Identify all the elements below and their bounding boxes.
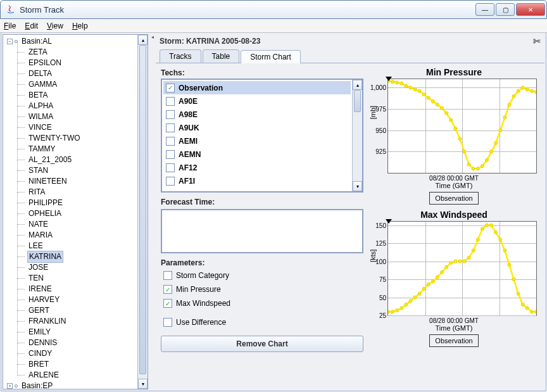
tree-storm-epsilon[interactable]: EPSILON xyxy=(6,58,137,68)
tree-storm-maria[interactable]: MARIA xyxy=(6,230,137,241)
tree-storm-cindy[interactable]: CINDY xyxy=(6,348,137,359)
scroll-down-arrow[interactable]: ▾ xyxy=(353,181,362,191)
chart-title: Min Pressure xyxy=(367,67,541,77)
tree-basin-al[interactable]: −Basin:AL xyxy=(6,36,137,47)
tree-storm-al_21_2005[interactable]: AL_21_2005 xyxy=(6,155,137,165)
tree-storm-rita[interactable]: RITA xyxy=(6,187,137,198)
tree-storm-ten[interactable]: TEN xyxy=(6,273,137,284)
tree-storm-zeta[interactable]: ZETA xyxy=(6,47,137,58)
scroll-up-arrow[interactable]: ▴ xyxy=(353,80,362,90)
tree-storm-gamma[interactable]: GAMMA xyxy=(6,79,137,90)
tree-storm-jose[interactable]: JOSE xyxy=(6,262,137,273)
tree-storm-stan[interactable]: STAN xyxy=(6,165,137,176)
tree-storm-nineteen[interactable]: NINETEEN xyxy=(6,176,137,187)
tree-scroll[interactable]: −Basin:ALZETAEPSILONDELTAGAMMABETAALPHAW… xyxy=(3,35,137,389)
scroll-thumb[interactable] xyxy=(354,90,361,112)
minimize-button[interactable]: — xyxy=(475,3,494,16)
menu-edit[interactable]: Edit xyxy=(25,22,38,30)
x-tick: 08/28 00:00 GMT xyxy=(367,317,541,324)
svg-point-29 xyxy=(517,89,520,92)
tech-item-observation[interactable]: ✓Observation xyxy=(163,81,351,94)
remove-chart-button[interactable]: Remove Chart xyxy=(161,336,363,352)
param-label: Max Windspeed xyxy=(176,299,230,308)
close-button[interactable]: ✕ xyxy=(516,3,545,16)
checkbox-icon xyxy=(163,318,172,327)
svg-point-33 xyxy=(535,91,537,94)
menu-file[interactable]: File xyxy=(4,22,16,30)
svg-point-17 xyxy=(463,150,466,153)
tech-item-aemn[interactable]: AEMN xyxy=(163,148,351,161)
maximize-button[interactable]: ▢ xyxy=(496,3,515,16)
tree-scrollbar[interactable]: ▴ ▾ xyxy=(137,35,148,389)
svg-point-9 xyxy=(427,96,430,99)
svg-point-46 xyxy=(441,270,444,274)
x-axis-label: Time (GMT) xyxy=(367,182,541,189)
window-titlebar: Storm Track — ▢ ✕ xyxy=(0,0,547,19)
svg-point-64 xyxy=(521,303,524,306)
tree-storm-lee[interactable]: LEE xyxy=(6,241,137,251)
tree-storm-philippe[interactable]: PHILIPPE xyxy=(6,198,137,208)
svg-point-16 xyxy=(458,137,462,141)
chart-max-windspeed: Max Windspeed [kts] 255075100125150 08/2… xyxy=(367,210,541,351)
tree-storm-arlene[interactable]: ARLENE xyxy=(6,370,137,381)
tree-storm-emily[interactable]: EMILY xyxy=(6,327,137,338)
chart-area: [kts] 255075100125150 xyxy=(387,221,537,316)
tab-table[interactable]: Table xyxy=(203,49,240,63)
menu-view[interactable]: View xyxy=(47,22,63,30)
scroll-thumb[interactable] xyxy=(139,45,146,374)
tree-storm-harvey[interactable]: HARVEY xyxy=(6,294,137,305)
tree-storm-alpha[interactable]: ALPHA xyxy=(6,101,137,111)
svg-point-23 xyxy=(490,150,493,153)
forecast-listbox[interactable] xyxy=(161,209,363,253)
parameters-label: Parameters: xyxy=(161,258,363,267)
svg-point-55 xyxy=(481,227,484,231)
tree-storm-gert[interactable]: GERT xyxy=(6,305,137,316)
svg-point-21 xyxy=(481,165,484,168)
tree-storm-bret[interactable]: BRET xyxy=(6,359,137,370)
svg-point-58 xyxy=(494,231,498,234)
param-use-difference[interactable]: Use Difference xyxy=(161,315,363,329)
svg-point-54 xyxy=(476,238,479,241)
tech-label: AF1I xyxy=(179,177,195,186)
tree-storm-vince[interactable]: VINCE xyxy=(6,122,137,133)
tree-basin-ep[interactable]: +Basin:EP xyxy=(6,381,137,389)
tab-storm-chart[interactable]: Storm Chart xyxy=(241,50,301,63)
param-min-pressure[interactable]: ✓ Min Pressure xyxy=(161,282,363,296)
tech-label: A9UK xyxy=(179,123,199,132)
chart-legend: Observation xyxy=(429,334,478,347)
tech-item-a9uk[interactable]: A9UK xyxy=(163,121,351,134)
param-max-windspeed[interactable]: ✓ Max Windspeed xyxy=(161,296,363,310)
svg-point-65 xyxy=(525,307,529,310)
tree-storm-delta[interactable]: DELTA xyxy=(6,68,137,79)
tree-storm-wilma[interactable]: WILMA xyxy=(6,111,137,122)
tree-storm-franklin[interactable]: FRANKLIN xyxy=(6,316,137,327)
splitter[interactable]: ◂ xyxy=(149,33,156,391)
tech-item-a98e[interactable]: A98E xyxy=(163,108,351,121)
svg-point-56 xyxy=(486,224,489,227)
tree-storm-katrina[interactable]: KATRINA xyxy=(6,251,137,262)
tech-item-af1i[interactable]: AF1I xyxy=(163,174,351,187)
tech-item-a90e[interactable]: A90E xyxy=(163,94,351,108)
tree-storm-tammy[interactable]: TAMMY xyxy=(6,144,137,155)
tree-storm-irene[interactable]: IRENE xyxy=(6,284,137,294)
param-storm-category[interactable]: Storm Category xyxy=(161,269,363,282)
tree-storm-beta[interactable]: BETA xyxy=(6,90,137,101)
techs-list[interactable]: ✓ObservationA90EA98EA9UKAEMIAEMNAF12AF1I xyxy=(162,80,352,191)
tech-item-af12[interactable]: AF12 xyxy=(163,161,351,174)
tech-item-aemi[interactable]: AEMI xyxy=(163,134,351,148)
tree-storm-twenty-two[interactable]: TWENTY-TWO xyxy=(6,133,137,144)
tree-storm-nate[interactable]: NATE xyxy=(6,219,137,230)
scroll-down-arrow[interactable]: ▾ xyxy=(138,379,148,389)
tree-storm-ophelia[interactable]: OPHELIA xyxy=(6,208,137,219)
tab-tracks[interactable]: Tracks xyxy=(160,49,201,63)
techs-scrollbar[interactable]: ▴ ▾ xyxy=(352,80,362,191)
tree-storm-dennis[interactable]: DENNIS xyxy=(6,338,137,348)
tech-label: AEMI xyxy=(179,137,198,146)
chart-area: [mb] 9259509751,000 xyxy=(387,79,537,174)
menu-help[interactable]: Help xyxy=(72,22,88,30)
svg-point-11 xyxy=(436,103,439,106)
svg-point-59 xyxy=(499,238,502,241)
scissors-icon[interactable]: ✄ xyxy=(533,36,541,46)
scroll-up-arrow[interactable]: ▴ xyxy=(138,35,148,45)
svg-point-2 xyxy=(396,81,399,84)
